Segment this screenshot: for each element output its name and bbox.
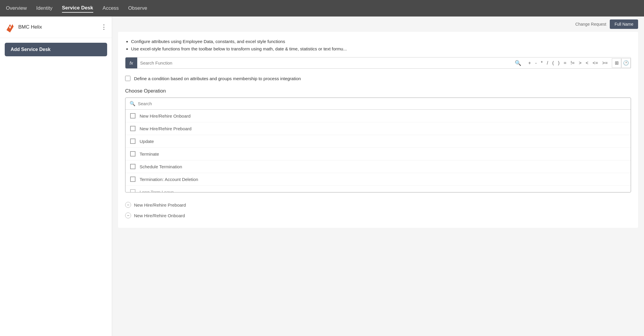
brand-icon	[5, 22, 15, 32]
top-bar: Change Request Full Name	[112, 17, 644, 32]
operation-item-long-term-leave[interactable]: Long Term Leave	[125, 186, 631, 192]
selected-op-new-hire-rehire-onboard: −New Hire/Rehire Onboard	[125, 210, 631, 221]
top-nav: OverviewIdentityService DeskAccessObserv…	[0, 0, 644, 17]
full-name-button[interactable]: Full Name	[610, 19, 638, 29]
selected-operations: −New Hire/Rehire Preboard−New Hire/Rehir…	[125, 200, 631, 221]
svg-marker-0	[6, 24, 14, 32]
app-layout: BMC Helix ⋮ Add Service Desk Change Requ…	[0, 17, 644, 336]
operator-x[interactable]: *	[541, 60, 542, 66]
formula-operators: +-*/()=!=><<=>=	[524, 60, 612, 66]
operation-search-input[interactable]	[138, 101, 627, 106]
formula-input-wrap: 🔍	[137, 60, 524, 66]
operator-x[interactable]: =	[564, 60, 566, 66]
nav-item-identity[interactable]: Identity	[36, 4, 53, 12]
add-service-desk-button[interactable]: Add Service Desk	[5, 43, 107, 56]
operation-list: New Hire/Rehire OnboardNew Hire/Rehire P…	[125, 110, 631, 192]
brand-name: BMC Helix	[18, 24, 42, 30]
nav-item-overview[interactable]: Overview	[6, 4, 27, 12]
formula-search-input[interactable]	[140, 60, 513, 65]
operation-label-long-term-leave: Long Term Leave	[140, 190, 174, 192]
operator-x[interactable]: (	[552, 60, 554, 66]
operation-item-schedule-termination[interactable]: Schedule Termination	[125, 160, 631, 173]
operation-label-new-hire-rehire-preboard: New Hire/Rehire Preboard	[140, 126, 192, 131]
operation-dropdown: 🔍 New Hire/Rehire OnboardNew Hire/Rehire…	[125, 98, 631, 192]
sidebar-header: BMC Helix ⋮	[0, 17, 112, 38]
operator-xx[interactable]: >=	[602, 60, 608, 66]
operator-x[interactable]: +	[528, 60, 531, 66]
condition-label: Define a condition based on attributes a…	[134, 76, 301, 81]
operation-checkbox-new-hire-rehire-onboard[interactable]	[130, 113, 135, 118]
operator-x[interactable]: <	[586, 60, 588, 66]
bullet-item: Configure attributes using Employee Data…	[131, 39, 631, 44]
operator-x[interactable]: /	[547, 60, 548, 66]
operation-checkbox-schedule-termination[interactable]	[130, 164, 135, 169]
selected-op-new-hire-rehire-preboard: −New Hire/Rehire Preboard	[125, 200, 631, 210]
condition-checkbox[interactable]	[125, 76, 130, 81]
content-area: Configure attributes using Employee Data…	[118, 32, 638, 228]
operation-search-bar: 🔍	[125, 98, 631, 110]
operator-x[interactable]: -	[535, 60, 537, 66]
operation-item-new-hire-rehire-onboard[interactable]: New Hire/Rehire Onboard	[125, 110, 631, 122]
nav-item-observe[interactable]: Observe	[128, 4, 147, 12]
operation-checkbox-long-term-leave[interactable]	[130, 189, 135, 192]
formula-clock-icon[interactable]: 🕐	[621, 58, 631, 68]
operation-item-new-hire-rehire-preboard[interactable]: New Hire/Rehire Preboard	[125, 122, 631, 135]
operator-xx[interactable]: !=	[571, 60, 575, 66]
operation-checkbox-update[interactable]	[130, 139, 135, 144]
condition-row: Define a condition based on attributes a…	[125, 76, 631, 81]
selected-op-label-new-hire-rehire-preboard: New Hire/Rehire Preboard	[134, 202, 186, 207]
sidebar-brand: BMC Helix	[5, 22, 42, 32]
more-options-icon[interactable]: ⋮	[101, 23, 107, 31]
fx-label: fx	[125, 57, 137, 68]
operation-checkbox-termination-account-deletion[interactable]	[130, 177, 135, 182]
operation-label-terminate: Terminate	[140, 151, 159, 157]
operation-item-termination-account-deletion[interactable]: Termination: Account Deletion	[125, 173, 631, 186]
operation-label-schedule-termination: Schedule Termination	[140, 164, 182, 169]
operation-label-update: Update	[140, 139, 154, 144]
nav-item-access[interactable]: Access	[103, 4, 119, 12]
main-content: Change Request Full Name Configure attri…	[112, 17, 644, 336]
operation-item-terminate[interactable]: Terminate	[125, 148, 631, 160]
formula-search-icon: 🔍	[515, 60, 521, 66]
change-request-label: Change Request	[575, 22, 606, 27]
operator-x[interactable]: )	[558, 60, 559, 66]
operation-checkbox-new-hire-rehire-preboard[interactable]	[130, 126, 135, 131]
formula-grid-icon[interactable]: ⊞	[612, 58, 621, 68]
formula-bar: fx 🔍 +-*/()=!=><<=>= ⊞ 🕐	[125, 57, 631, 69]
sidebar: BMC Helix ⋮ Add Service Desk	[0, 17, 112, 336]
operation-label-new-hire-rehire-onboard: New Hire/Rehire Onboard	[140, 113, 191, 118]
remove-op-new-hire-rehire-onboard[interactable]: −	[125, 213, 131, 218]
operation-search-icon: 🔍	[130, 101, 135, 106]
selected-op-label-new-hire-rehire-onboard: New Hire/Rehire Onboard	[134, 213, 185, 218]
operator-x[interactable]: >	[579, 60, 581, 66]
operator-xx[interactable]: <=	[593, 60, 598, 66]
operation-label-termination-account-deletion: Termination: Account Deletion	[140, 177, 198, 182]
bullet-item: Use excel-style functions from the toolb…	[131, 46, 631, 51]
info-bullets: Configure attributes using Employee Data…	[125, 39, 631, 51]
nav-item-service-desk[interactable]: Service Desk	[62, 4, 93, 13]
remove-op-new-hire-rehire-preboard[interactable]: −	[125, 202, 131, 208]
operation-checkbox-terminate[interactable]	[130, 151, 135, 157]
choose-operation-label: Choose Operation	[125, 88, 631, 94]
operation-item-update[interactable]: Update	[125, 135, 631, 148]
